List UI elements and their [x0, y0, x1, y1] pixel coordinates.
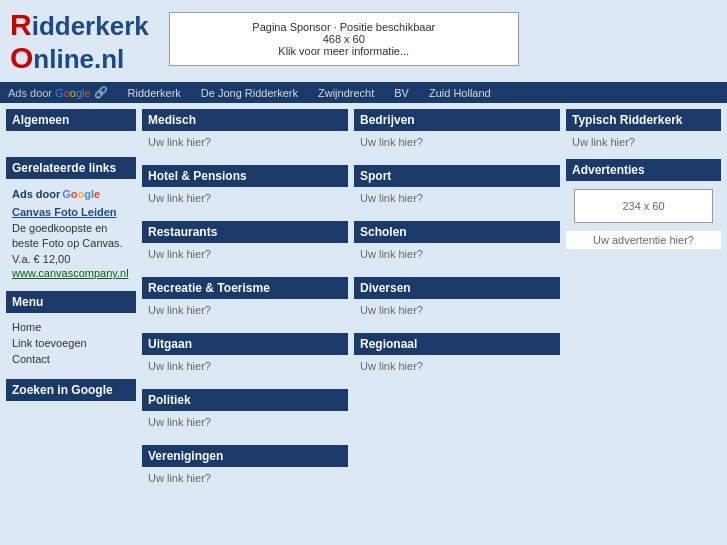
cat-regionaal-body[interactable]: Uw link hier?: [354, 355, 560, 383]
ads-google-icon: 🔗: [94, 86, 108, 99]
cat-scholen: Scholen Uw link hier?: [354, 221, 560, 271]
category-col2: Bedrijven Uw link hier? Sport Uw link hi…: [354, 109, 560, 495]
sidebar-menu-header: Menu: [6, 291, 136, 313]
cat-sport-header: Sport: [354, 165, 560, 187]
nav-link-bv[interactable]: BV: [394, 87, 409, 99]
cat-diversen-header: Diversen: [354, 277, 560, 299]
typisch-header: Typisch Ridderkerk: [566, 109, 721, 131]
logo-r: R: [10, 8, 32, 41]
sidebar-algemeen-content: [6, 131, 136, 151]
cat-sport-body[interactable]: Uw link hier?: [354, 187, 560, 215]
cat-hotel-body[interactable]: Uw link hier?: [142, 187, 348, 215]
logo-o: O: [10, 41, 33, 74]
cat-politiek: Politiek Uw link hier?: [142, 389, 348, 439]
sidebar-algemeen-header: Algemeen: [6, 109, 136, 131]
sidebar-canvas-link[interactable]: Canvas Foto Leiden: [12, 206, 130, 218]
sidebar-gerelateerde: Gerelateerde links Ads door Google Canva…: [6, 157, 136, 285]
category-col1: Medisch Uw link hier? Hotel & Pensions U…: [142, 109, 348, 495]
cat-restaurants-header: Restaurants: [142, 221, 348, 243]
menu-link-toevoegen[interactable]: Link toevoegen: [12, 335, 130, 351]
cat-diversen-body[interactable]: Uw link hier?: [354, 299, 560, 327]
ad-banner-box: 234 x 60: [566, 181, 721, 231]
ad-banner-inner[interactable]: 234 x 60: [574, 189, 713, 223]
cat-regionaal: Regionaal Uw link hier?: [354, 333, 560, 383]
cat-verenigingen-header: Verenigingen: [142, 445, 348, 467]
nav-link-zwijndrecht[interactable]: Zwijndrecht: [318, 87, 374, 99]
sponsor-line1: Pagina Sponsor · Positie beschikbaar: [190, 21, 498, 33]
typisch-body[interactable]: Uw link hier?: [566, 131, 721, 153]
logo-text1: idderkerk: [32, 11, 149, 41]
main: Algemeen Gerelateerde links Ads door Goo…: [0, 103, 727, 501]
cat-verenigingen-body[interactable]: Uw link hier?: [142, 467, 348, 495]
sidebar-ads-google: Ads door Google: [12, 185, 130, 203]
sidebar-canvas-text: De goedkoopste en beste Foto op Canvas. …: [12, 221, 130, 267]
advertenties-header: Advertenties: [566, 159, 721, 181]
cat-regionaal-header: Regionaal: [354, 333, 560, 355]
cat-recreatie-body[interactable]: Uw link hier?: [142, 299, 348, 327]
cat-bedrijven-body[interactable]: Uw link hier?: [354, 131, 560, 159]
sidebar: Algemeen Gerelateerde links Ads door Goo…: [6, 109, 136, 495]
cat-restaurants: Restaurants Uw link hier?: [142, 221, 348, 271]
nav-link-zuidholland[interactable]: Zuid Holland: [429, 87, 491, 99]
sidebar-gerelateerde-header: Gerelateerde links: [6, 157, 136, 179]
sponsor-line3: Klik voor meer informatie...: [190, 45, 498, 57]
sidebar-zoeken-content: [6, 401, 136, 421]
cat-hotel: Hotel & Pensions Uw link hier?: [142, 165, 348, 215]
cat-scholen-body[interactable]: Uw link hier?: [354, 243, 560, 271]
logo-line1: Ridderkerk: [10, 8, 149, 41]
logo-line2: Online.nl: [10, 41, 149, 74]
cat-medisch-body[interactable]: Uw link hier?: [142, 131, 348, 159]
ads-google-nav-label: Ads door Google: [8, 87, 91, 99]
logo: Ridderkerk Online.nl: [10, 8, 149, 74]
nav-link-de-jong[interactable]: De Jong Ridderkerk: [201, 87, 298, 99]
right-column: Typisch Ridderkerk Uw link hier? Adverte…: [566, 109, 721, 495]
sidebar-zoeken-header: Zoeken in Google: [6, 379, 136, 401]
cat-uitgaan-header: Uitgaan: [142, 333, 348, 355]
cat-uitgaan: Uitgaan Uw link hier?: [142, 333, 348, 383]
sidebar-canvas-url[interactable]: www.canvascompany.nl: [12, 267, 129, 279]
cat-sport: Sport Uw link hier?: [354, 165, 560, 215]
ad-link[interactable]: Uw advertentie hier?: [566, 231, 721, 249]
ad-banner-text: 234 x 60: [622, 200, 664, 212]
sidebar-google-logo: Google: [62, 188, 100, 200]
header: Ridderkerk Online.nl Pagina Sponsor · Po…: [0, 0, 727, 82]
ads-google-nav: Ads door Google 🔗: [8, 86, 108, 99]
cat-bedrijven: Bedrijven Uw link hier?: [354, 109, 560, 159]
sidebar-ads-label: Ads door: [12, 188, 60, 200]
sidebar-zoeken: Zoeken in Google: [6, 379, 136, 421]
menu-contact[interactable]: Contact: [12, 351, 130, 367]
cat-hotel-header: Hotel & Pensions: [142, 165, 348, 187]
sidebar-menu-content: Home Link toevoegen Contact: [6, 313, 136, 373]
sidebar-algemeen: Algemeen: [6, 109, 136, 151]
cat-scholen-header: Scholen: [354, 221, 560, 243]
sidebar-gerelateerde-content: Ads door Google Canvas Foto Leiden De go…: [6, 179, 136, 285]
menu-home[interactable]: Home: [12, 319, 130, 335]
cat-politiek-header: Politiek: [142, 389, 348, 411]
cat-medisch: Medisch Uw link hier?: [142, 109, 348, 159]
content-area: Medisch Uw link hier? Hotel & Pensions U…: [142, 109, 560, 495]
cat-diversen: Diversen Uw link hier?: [354, 277, 560, 327]
cat-recreatie: Recreatie & Toerisme Uw link hier?: [142, 277, 348, 327]
sponsor-box[interactable]: Pagina Sponsor · Positie beschikbaar 468…: [169, 12, 519, 66]
cat-restaurants-body[interactable]: Uw link hier?: [142, 243, 348, 271]
logo-text2: nline.nl: [33, 44, 124, 74]
typisch-block: Typisch Ridderkerk Uw link hier?: [566, 109, 721, 153]
cat-medisch-header: Medisch: [142, 109, 348, 131]
cat-uitgaan-body[interactable]: Uw link hier?: [142, 355, 348, 383]
sidebar-menu: Menu Home Link toevoegen Contact: [6, 291, 136, 373]
nav-link-ridderkerk[interactable]: Ridderkerk: [128, 87, 181, 99]
advertenties-block: Advertenties 234 x 60 Uw advertentie hie…: [566, 159, 721, 249]
sponsor-line2: 468 x 60: [190, 33, 498, 45]
cat-bedrijven-header: Bedrijven: [354, 109, 560, 131]
cat-verenigingen: Verenigingen Uw link hier?: [142, 445, 348, 495]
cat-recreatie-header: Recreatie & Toerisme: [142, 277, 348, 299]
navbar: Ads door Google 🔗 Ridderkerk De Jong Rid…: [0, 82, 727, 103]
cat-politiek-body[interactable]: Uw link hier?: [142, 411, 348, 439]
